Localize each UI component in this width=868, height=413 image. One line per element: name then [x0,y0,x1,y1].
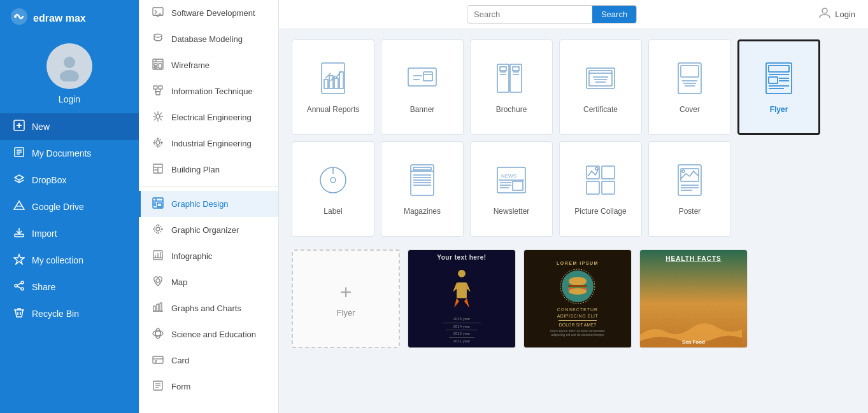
svg-rect-157 [602,181,615,194]
software-development-icon [151,6,165,20]
svg-rect-38 [154,67,157,68]
header-login[interactable]: Login [818,6,855,22]
svg-marker-170 [467,283,471,292]
mid-nav-item-map[interactable]: Map [139,269,278,295]
preview-grid: + Flyer Your text here! [292,249,855,348]
template-card-flyer[interactable]: Flyer [737,39,820,135]
svg-rect-41 [156,92,160,95]
mid-nav-label-graphs-charts: Graphs and Charts [171,304,241,313]
mid-nav-item-science-education[interactable]: Science and Education [139,321,278,347]
sidebar-item-dropbox[interactable]: DropBox [0,167,139,193]
mid-nav-label-graphic-organizer: Graphic Organizer [171,225,239,235]
magazines-label: Magazines [404,207,441,216]
main-content: Search Login [279,0,868,413]
template-card-cover[interactable]: Cover [648,39,731,135]
mid-nav-item-building-plan[interactable]: Building Plan [139,157,278,183]
template-card-picture-collage[interactable]: Picture Collage [559,141,642,237]
blank-flyer-label: Flyer [337,308,355,318]
mid-nav-item-software-development[interactable]: Software Development [139,0,278,26]
svg-rect-129 [769,66,789,72]
svg-rect-26 [153,8,163,15]
template-card-magazines[interactable]: Magazines [381,141,464,237]
mid-nav-item-graphs-charts[interactable]: Graphs and Charts [139,295,278,321]
search-button[interactable]: Search [592,6,636,23]
sidebar-item-recycle-bin[interactable]: Recycle Bin [0,300,139,327]
mid-nav-label-infographic: Infographic [171,251,212,261]
svg-point-18 [21,281,24,284]
mid-nav-item-card[interactable]: Card [139,347,278,374]
mid-nav-item-electrical-engineering[interactable]: Electrical Engineering [139,104,278,130]
sidebar-item-import[interactable]: Import [0,220,139,247]
svg-point-1 [14,15,17,18]
svg-rect-80 [153,306,155,311]
sidebar-item-google-drive[interactable]: Google Drive [0,193,139,220]
template-card-certificate[interactable]: Certificate [559,39,642,135]
logo-area[interactable]: edraw max [0,0,139,37]
template-card-banner[interactable]: Banner [381,39,464,135]
search-input[interactable] [467,6,592,22]
svg-point-95 [822,8,827,13]
svg-marker-168 [464,298,469,308]
graphic-design-icon [151,197,165,211]
infographic-icon [151,249,165,263]
building-plan-icon [151,163,165,176]
mid-nav-item-graphic-design[interactable]: Graphic Design [139,191,278,217]
mid-nav-item-wireframe[interactable]: Wireframe [139,52,278,78]
mid-nav-item-industrial-engineering[interactable]: Industrial Engineering [139,130,278,157]
avatar[interactable] [46,43,92,89]
google-drive-icon [13,200,25,214]
svg-rect-155 [602,166,615,179]
svg-marker-169 [453,283,457,292]
picture-collage-label: Picture Collage [574,207,626,216]
svg-rect-124 [681,66,699,77]
svg-rect-87 [153,356,163,363]
mid-nav-item-information-technique[interactable]: Information Technique [139,78,278,104]
svg-rect-116 [513,67,519,71]
sidebar-item-my-documents[interactable]: My Documents [0,140,139,167]
plus-icon: + [340,281,352,304]
sidebar-item-share[interactable]: Share [0,274,139,300]
mid-nav-item-infographic[interactable]: Infographic [139,243,278,269]
sidebar-item-new[interactable]: New [0,113,139,140]
svg-point-46 [156,115,160,118]
svg-marker-11 [15,175,24,180]
electrical-engineering-icon [151,111,165,124]
content-area: Annual Reports Banner [279,29,868,413]
preview-space-flyer[interactable]: Your text here! 2015 year [408,249,516,348]
template-card-label[interactable]: Label [292,141,374,237]
svg-rect-115 [500,67,506,71]
template-card-poster[interactable]: Poster [648,141,731,237]
svg-marker-13 [14,201,24,209]
sidebar-item-my-collection[interactable]: My collection [0,247,139,274]
certificate-label: Certificate [583,105,618,114]
sidebar-item-label-dropbox: DropBox [32,175,66,185]
svg-rect-81 [157,304,159,311]
label-icon [315,162,351,202]
science-education-icon [151,328,165,341]
template-card-brochure[interactable]: Brochure [470,39,553,135]
template-card-annual-reports[interactable]: Annual Reports [292,39,374,135]
svg-point-2 [64,57,75,68]
svg-point-175 [569,277,587,286]
svg-point-85 [155,328,160,339]
svg-rect-123 [678,63,701,94]
annual-reports-label: Annual Reports [307,105,360,114]
import-icon [13,227,25,241]
template-card-newsletter[interactable]: NEWS Newsletter [470,141,553,237]
information-technique-icon [151,85,165,98]
svg-rect-36 [154,64,157,66]
preview-burger-flyer[interactable]: LOREM IPSUM [523,249,632,348]
mid-nav-label-science-education: Science and Education [171,330,256,339]
svg-point-69 [154,225,162,233]
avatar-login-label[interactable]: Login [59,94,80,104]
svg-point-55 [156,141,160,144]
mid-nav-item-form[interactable]: Form [139,374,278,400]
preview-blank-flyer[interactable]: + Flyer [292,249,400,348]
mid-nav-label-information-technique: Information Technique [171,87,253,96]
svg-rect-146 [413,167,431,170]
preview-health-flyer[interactable]: HEALTH FACTS Sea Food [639,249,748,348]
mid-nav-item-graphic-organizer[interactable]: Graphic Organizer [139,217,278,243]
sidebar-item-label-import: Import [32,228,57,239]
mid-nav-item-database-modeling[interactable]: Database Modeling [139,26,278,52]
svg-marker-17 [14,255,24,264]
